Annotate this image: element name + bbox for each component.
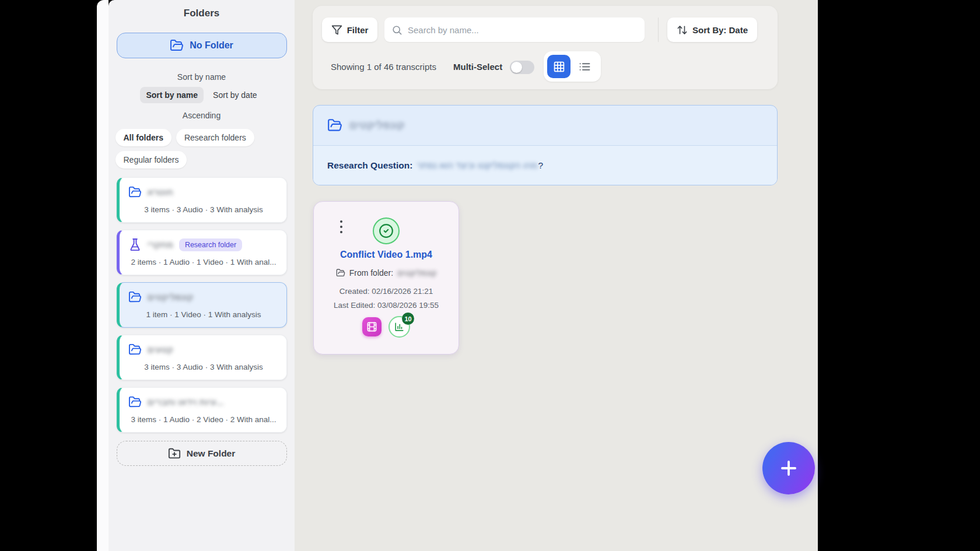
- sort-caption: Sort by name: [177, 72, 226, 82]
- analysis-button[interactable]: 10: [388, 316, 410, 338]
- folder-stats: 3 items · 3 Audio · 3 With analysis: [128, 363, 279, 371]
- list-view-button[interactable]: [573, 55, 596, 78]
- new-folder-button[interactable]: New Folder: [117, 441, 287, 466]
- multi-select-label: Multi-Select: [453, 62, 502, 72]
- banner-header: קונפליקטים: [313, 106, 777, 146]
- folder-card[interactable]: עיות וידאו וחברים... 3 items · 1 Audio ·…: [117, 387, 287, 433]
- research-folder-badge: Research folder: [179, 238, 242, 251]
- search-input[interactable]: [408, 25, 638, 35]
- folder-name: חוטרא: [148, 187, 173, 197]
- magnifier-icon: [391, 24, 402, 36]
- view-mode-switcher: [544, 51, 601, 82]
- folder-open-icon: [128, 395, 142, 409]
- folder-stats: 3 items · 3 Audio · 3 With analysis: [128, 205, 279, 214]
- folder-open-icon: [128, 343, 142, 356]
- folders-sidebar: Folders No Folder Sort by name Sort by n…: [108, 0, 295, 551]
- research-question-text: מהו הקונפליקטו וכיצד הוא נפתר: [416, 160, 537, 171]
- folder-card-selected[interactable]: קונפליקטים 1 item · 1 Video · 1 With ana…: [117, 282, 287, 328]
- kebab-dot: [340, 220, 342, 223]
- folder-name: קונפליקטים: [148, 292, 194, 302]
- filter-button[interactable]: Filter: [322, 17, 377, 42]
- no-folder-label: No Folder: [190, 40, 233, 51]
- current-folder-banner[interactable]: קונפליקטים Research Question: מהו הקונפל…: [313, 105, 778, 185]
- folder-icon: [336, 268, 345, 278]
- last-edited-date: Last Edited: 03/08/2026 19:55: [314, 301, 459, 310]
- order-caption: Ascending: [183, 111, 220, 120]
- arrows-up-down-icon: [677, 24, 688, 36]
- showing-count: Showing 1 of 46 transcripts: [331, 62, 436, 72]
- from-folder-name: קונפליקטים: [397, 268, 436, 278]
- kebab-menu-button[interactable]: [336, 219, 346, 234]
- sidebar-title: Folders: [184, 8, 219, 19]
- screen: Folders No Folder Sort by name Sort by n…: [0, 0, 980, 551]
- funnel-icon: [331, 24, 342, 36]
- from-folder-row: From folder: קונפליקטים: [314, 268, 459, 278]
- transcript-card-actions: 10: [314, 316, 459, 338]
- folder-banner-name: קונפליקטים: [349, 120, 405, 132]
- main-content: Filter Sort By: Date Showing 1 of 46 tra…: [295, 0, 818, 551]
- folder-filter-chips: All folders Research folders Regular fol…: [116, 129, 288, 169]
- folder-open-icon: [128, 290, 142, 304]
- folder-card-research[interactable]: מחקרי Research folder 2 items · 1 Audio …: [117, 230, 287, 275]
- research-question-row: Research Question: מהו הקונפליקטו וכיצד …: [313, 146, 777, 185]
- sort-segmented-control: Sort by name Sort by date: [140, 87, 262, 103]
- toggle-knob: [511, 62, 522, 73]
- folder-name: מחקרי: [148, 240, 173, 250]
- no-folder-button[interactable]: No Folder: [117, 33, 287, 58]
- folder-name: קטעים: [148, 345, 173, 355]
- sort-by-date-button[interactable]: Sort by date: [207, 87, 263, 103]
- folder-open-icon: [170, 38, 184, 52]
- toolbar: Filter Sort By: Date Showing 1 of 46 tra…: [313, 6, 778, 89]
- page-scrollbar[interactable]: [97, 0, 108, 551]
- folder-name: עיות וידאו וחברים...: [148, 397, 224, 407]
- film-icon: [366, 321, 377, 332]
- search-box: [384, 17, 645, 42]
- new-folder-label: New Folder: [187, 448, 236, 459]
- app-window: Folders No Folder Sort by name Sort by n…: [97, 0, 818, 551]
- folder-card[interactable]: קטעים 3 items · 3 Audio · 3 With analysi…: [117, 335, 287, 380]
- video-media-button[interactable]: [362, 317, 382, 336]
- created-date: Created: 02/16/2026 21:21: [314, 287, 459, 296]
- folder-open-icon: [128, 185, 142, 199]
- folder-stats: 1 item · 1 Video · 1 With analysis: [128, 310, 279, 319]
- sort-by-name-button[interactable]: Sort by name: [140, 87, 204, 103]
- folder-card[interactable]: חוטרא 3 items · 3 Audio · 3 With analysi…: [117, 177, 287, 223]
- folder-stats: 3 items · 1 Audio · 2 Video · 2 With ana…: [128, 415, 279, 424]
- chip-all-folders[interactable]: All folders: [116, 129, 172, 146]
- folder-plus-icon: [168, 447, 181, 460]
- folder-list: חוטרא 3 items · 3 Audio · 3 With analysi…: [117, 177, 287, 433]
- multi-select-toggle[interactable]: [510, 61, 534, 74]
- status-complete-indicator: [373, 217, 400, 244]
- sort-by-label: Sort By: Date: [692, 25, 748, 35]
- transcript-title: Conflict Video 1.mp4: [314, 250, 459, 260]
- question-mark: ?: [538, 160, 543, 171]
- kebab-dot: [340, 231, 342, 233]
- sort-by-button[interactable]: Sort By: Date: [667, 17, 757, 42]
- analysis-count-badge: 10: [402, 313, 414, 325]
- chip-regular-folders[interactable]: Regular folders: [116, 151, 187, 169]
- grid-view-button[interactable]: [547, 55, 570, 78]
- research-question-label: Research Question:: [327, 160, 412, 171]
- filter-label: Filter: [347, 25, 369, 35]
- plus-icon: [778, 457, 800, 479]
- list-view-icon: [579, 61, 591, 73]
- flask-icon: [128, 238, 142, 251]
- folder-stats: 2 items · 1 Audio · 1 Video · 1 With ana…: [128, 258, 279, 266]
- folder-open-icon: [327, 118, 342, 133]
- grid-view-icon: [553, 61, 565, 73]
- toolbar-divider: [658, 17, 659, 42]
- check-circle-icon: [379, 223, 394, 238]
- add-new-fab[interactable]: [762, 442, 815, 494]
- transcript-card[interactable]: Conflict Video 1.mp4 From folder: קונפלי…: [313, 201, 459, 355]
- chip-research-folders[interactable]: Research folders: [176, 129, 254, 146]
- from-folder-label: From folder:: [349, 268, 393, 278]
- kebab-dot: [340, 226, 342, 228]
